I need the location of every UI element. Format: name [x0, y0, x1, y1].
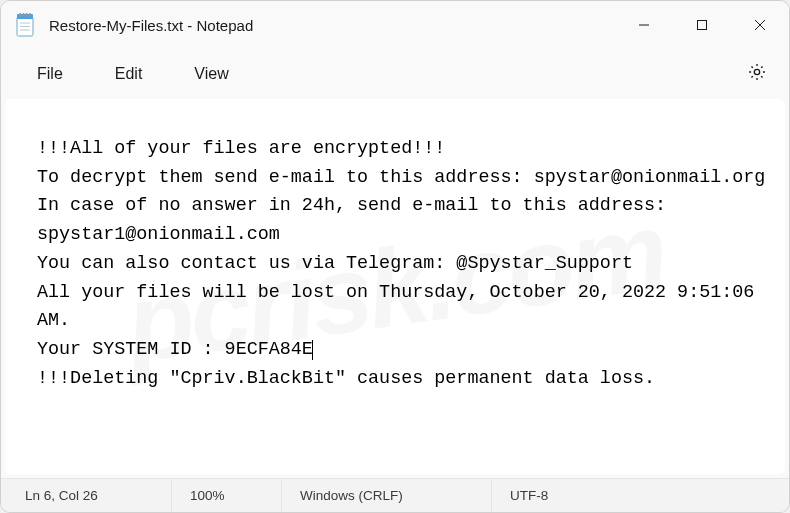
svg-point-13 — [754, 69, 759, 74]
status-zoom[interactable]: 100% — [171, 479, 281, 512]
svg-rect-10 — [698, 21, 707, 30]
window-title: Restore-My-Files.txt - Notepad — [49, 17, 615, 34]
svg-rect-2 — [20, 13, 22, 17]
titlebar[interactable]: Restore-My-Files.txt - Notepad — [1, 1, 789, 49]
text-line: In case of no answer in 24h, send e-mail… — [37, 195, 677, 245]
gear-icon — [747, 62, 767, 86]
statusbar: Ln 6, Col 26 100% Windows (CRLF) UTF-8 — [1, 478, 789, 512]
notepad-window: Restore-My-Files.txt - Notepad File Edit… — [0, 0, 790, 513]
status-encoding: UTF-8 — [491, 479, 789, 512]
window-controls — [615, 1, 789, 49]
menu-file[interactable]: File — [11, 57, 89, 91]
text-line: To decrypt them send e-mail to this addr… — [37, 167, 765, 188]
status-line-ending: Windows (CRLF) — [281, 479, 491, 512]
maximize-button[interactable] — [673, 1, 731, 49]
text-caret — [312, 340, 313, 360]
menubar: File Edit View — [1, 49, 789, 99]
close-button[interactable] — [731, 1, 789, 49]
text-line: !!!All of your files are encrypted!!! — [37, 138, 445, 159]
minimize-button[interactable] — [615, 1, 673, 49]
text-line: Your SYSTEM ID : 9ECFA84E — [37, 339, 313, 360]
svg-rect-5 — [29, 13, 31, 17]
text-line: !!!Deleting "Cpriv.BlackBit" causes perm… — [37, 368, 655, 389]
settings-button[interactable] — [735, 55, 779, 93]
status-position: Ln 6, Col 26 — [1, 479, 171, 512]
text-area[interactable]: pcrisk.com!!!All of your files are encry… — [5, 99, 785, 474]
svg-rect-3 — [23, 13, 25, 17]
text-line: All your files will be lost on Thursday,… — [37, 282, 765, 332]
notepad-icon — [15, 13, 35, 37]
menu-edit[interactable]: Edit — [89, 57, 169, 91]
svg-rect-4 — [26, 13, 28, 17]
text-line: You can also contact us via Telegram: @S… — [37, 253, 633, 274]
menu-view[interactable]: View — [168, 57, 254, 91]
